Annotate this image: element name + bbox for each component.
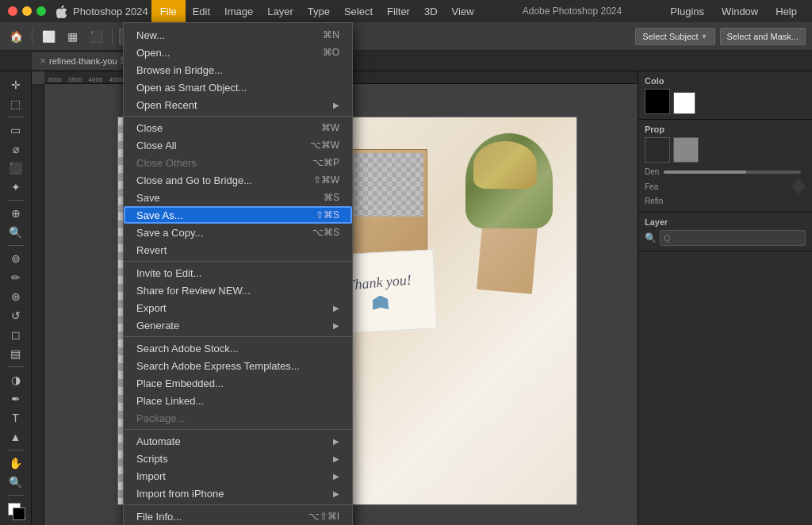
menu-edit[interactable]: Edit (186, 0, 217, 22)
menu-right: Plugins Window Help (663, 0, 812, 22)
menu-close-label: Close (136, 122, 163, 134)
menu-open-recent[interactable]: Open Recent ▶ (124, 96, 352, 113)
shape-tool[interactable]: ▲ (5, 428, 27, 446)
menu-select[interactable]: Select (337, 0, 380, 22)
crop-tool[interactable]: ⊕ (5, 205, 27, 222)
object-select-tool[interactable]: ⬛ (5, 159, 27, 177)
menu-save-copy[interactable]: Save a Copy... ⌥⌘S (124, 224, 352, 241)
menu-search-express[interactable]: Search Adobe Express Templates... (124, 357, 352, 374)
brush-preview-mid[interactable] (673, 137, 699, 163)
menu-share-review[interactable]: Share for Review NEW... (124, 282, 352, 299)
brush-swatches (645, 137, 806, 163)
tool-option-icon[interactable]: ▦ (63, 27, 82, 46)
brush-preview-dark[interactable] (645, 137, 670, 163)
menu-type[interactable]: Type (301, 0, 337, 22)
window-title: Adobe Photoshop 2024 (481, 6, 664, 17)
menu-new-shortcut: ⌘N (323, 29, 339, 40)
apple-logo[interactable] (54, 3, 70, 19)
menu-import-iphone[interactable]: Import from iPhone ▶ (124, 485, 352, 502)
menu-scripts[interactable]: Scripts ▶ (124, 450, 352, 467)
background-swatch[interactable] (673, 92, 695, 114)
select-mask-label: Select and Mask... (727, 32, 799, 41)
tool-extra-icon[interactable]: ⬛ (86, 27, 105, 46)
menu-save-as[interactable]: Save As... ⇧⌘S (124, 206, 352, 224)
bouquet (458, 133, 561, 292)
menu-file-info[interactable]: File Info... ⌥⇧⌘I (124, 508, 352, 525)
color-controls[interactable] (5, 500, 27, 517)
menu-close[interactable]: Close ⌘W (124, 119, 352, 136)
menu-search-stock[interactable]: Search Adobe Stock... (124, 339, 352, 357)
history-tool[interactable]: ↺ (5, 307, 27, 324)
tool-separator-3 (8, 245, 24, 246)
right-panel: Colo Prop Den Fea (638, 71, 812, 525)
minimize-button[interactable] (22, 6, 32, 16)
menu-revert[interactable]: Revert (124, 241, 352, 259)
vertical-ruler (32, 84, 44, 525)
toolbar-separator-2 (112, 29, 113, 44)
zoom-tool[interactable]: 🔍 (5, 473, 27, 491)
feather-label: Fea (645, 182, 658, 191)
foreground-swatch[interactable] (645, 89, 670, 114)
card-text: Thank you! (347, 271, 412, 293)
menu-open[interactable]: Open... ⌘O (124, 44, 352, 61)
menu-close-all[interactable]: Close All ⌥⌘W (124, 136, 352, 154)
magic-wand-tool[interactable]: ✦ (5, 178, 27, 196)
properties-panel: Prop Den Fea Refin (638, 120, 812, 213)
menu-automate[interactable]: Automate ▶ (124, 432, 352, 450)
menu-close-bridge[interactable]: Close and Go to Bridge... ⇧⌘W (124, 171, 352, 189)
tool-separator-5 (8, 450, 24, 450)
refine-label: Refin (645, 197, 663, 205)
eyedropper-tool[interactable]: 🔍 (5, 224, 27, 241)
healing-tool[interactable]: ⊚ (5, 250, 27, 267)
menu-save[interactable]: Save ⌘S (124, 189, 352, 206)
menu-help[interactable]: Help (768, 0, 804, 22)
menu-image[interactable]: Image (217, 0, 260, 22)
menu-plugins[interactable]: Plugins (663, 0, 711, 22)
move-tool[interactable]: ✛ (5, 76, 27, 94)
menu-generate[interactable]: Generate ▶ (124, 316, 352, 334)
hand-tool[interactable]: ✋ (5, 454, 27, 472)
layers-panel: Layer 🔍 (638, 213, 812, 251)
stamp-tool[interactable]: ⊛ (5, 288, 27, 305)
brush-tool[interactable]: ✏ (5, 269, 27, 286)
menu-new[interactable]: New... ⌘N (124, 26, 352, 44)
heart-icon (372, 295, 389, 310)
select-subject-btn[interactable]: Select Subject ▼ (635, 28, 714, 45)
select-subject-label: Select Subject (642, 32, 698, 41)
menu-3d[interactable]: 3D (417, 0, 445, 22)
menu-view[interactable]: View (445, 0, 481, 22)
menu-save-copy-shortcut: ⌥⌘S (312, 227, 339, 238)
menu-window[interactable]: Window (714, 0, 765, 22)
menu-revert-label: Revert (136, 244, 167, 256)
home-icon[interactable]: 🏠 (6, 27, 25, 46)
maximize-button[interactable] (36, 6, 46, 16)
pen-tool[interactable]: ✒ (5, 390, 27, 408)
menu-file[interactable]: File (151, 0, 186, 22)
artboard-tool[interactable]: ⬚ (5, 95, 27, 113)
select-mask-btn[interactable]: Select and Mask... (720, 28, 806, 45)
menu-file-info-label: File Info... (136, 511, 182, 523)
marquee-icon[interactable]: ⬜ (39, 27, 58, 46)
menu-import[interactable]: Import ▶ (124, 467, 352, 485)
menu-layer[interactable]: Layer (260, 0, 301, 22)
menu-invite[interactable]: Invite to Edit... (124, 264, 352, 282)
layers-search-input[interactable] (660, 230, 806, 246)
menu-browse-bridge[interactable]: Browse in Bridge... (124, 61, 352, 79)
menu-file-info-shortcut: ⌥⇧⌘I (308, 511, 339, 522)
marquee-tool[interactable]: ▭ (5, 121, 27, 139)
menu-filter[interactable]: Filter (380, 0, 417, 22)
menu-place-linked[interactable]: Place Linked... (124, 392, 352, 409)
text-tool[interactable]: T (5, 409, 27, 427)
eraser-tool[interactable]: ◻ (5, 326, 27, 343)
close-button[interactable] (8, 6, 17, 16)
lasso-tool[interactable]: ⌀ (5, 140, 27, 158)
menu-sep-3 (124, 336, 352, 337)
menu-place-embedded[interactable]: Place Embedded... (124, 374, 352, 392)
menu-sep-4 (124, 429, 352, 430)
gradient-tool[interactable]: ▤ (5, 345, 27, 362)
menu-export[interactable]: Export ▶ (124, 299, 352, 316)
menu-open-smart[interactable]: Open as Smart Object... (124, 79, 352, 96)
dodge-tool[interactable]: ◑ (5, 371, 27, 389)
menu-scripts-label: Scripts (136, 453, 168, 465)
tab-close[interactable]: ✕ (40, 56, 46, 65)
